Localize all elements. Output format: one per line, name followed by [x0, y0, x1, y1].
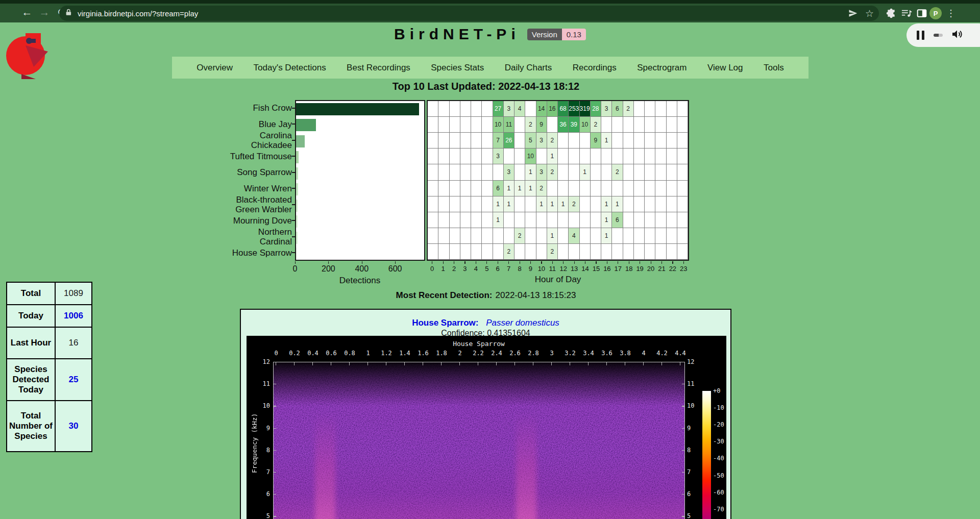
- colorbar-tick: -60: [713, 489, 724, 496]
- heatmap-cell: [623, 228, 634, 244]
- stats-row: Total Number of Species30: [7, 401, 92, 452]
- stats-row: Today1006: [7, 305, 92, 327]
- spec-ytick-left: 5: [255, 512, 270, 519]
- heatmap-cell: 1: [536, 196, 547, 212]
- heatmap-cell: [536, 149, 547, 164]
- spec-ytick-left: 8: [255, 447, 270, 454]
- volume-icon[interactable]: [951, 28, 963, 42]
- species-label: Mourning Dove: [233, 213, 292, 229]
- detections-bar: [296, 167, 298, 180]
- nav-item-today-s-detections[interactable]: Today's Detections: [254, 63, 326, 73]
- nav-item-daily-charts[interactable]: Daily Charts: [505, 63, 552, 73]
- hour-axis-tick: 11: [549, 265, 556, 273]
- heatmap-cell: 2: [536, 181, 547, 196]
- bar-axis-tick: 600: [388, 264, 402, 274]
- species-tick: [292, 236, 295, 237]
- species-tick: [292, 172, 295, 173]
- stats-value[interactable]: 25: [55, 359, 92, 401]
- heatmap-cell: [471, 149, 482, 164]
- audio-player[interactable]: [906, 23, 980, 47]
- heatmap-cell: [514, 133, 525, 149]
- extensions-puzzle-icon[interactable]: [885, 7, 898, 20]
- bookmark-star-icon[interactable]: ☆: [865, 8, 874, 19]
- hour-axis-tick: 21: [658, 265, 665, 273]
- nav-item-tools[interactable]: Tools: [764, 63, 784, 73]
- heatmap-cell: [645, 117, 655, 133]
- heatmap-cell: 1: [558, 196, 569, 212]
- heatmap-cell: [623, 117, 634, 133]
- heatmap-cell: [460, 181, 471, 196]
- heatmap-cell: 10: [580, 117, 591, 133]
- nav-item-view-log[interactable]: View Log: [707, 63, 743, 73]
- nav-item-recordings[interactable]: Recordings: [573, 63, 617, 73]
- heatmap-cell: [460, 149, 471, 164]
- heatmap-cell: [525, 228, 536, 244]
- heatmap-cell: [645, 212, 655, 228]
- recent-detection-line: Most Recent Detection:2022-04-13 18:15:2…: [0, 290, 972, 301]
- heatmap-cell: 2: [547, 164, 558, 180]
- heatmap-cell: [460, 133, 471, 149]
- spec-ytick-left: 10: [255, 402, 270, 409]
- recent-detection-value: 2022-04-13 18:15:23: [496, 290, 576, 300]
- side-panel-icon[interactable]: [915, 7, 928, 20]
- back-icon[interactable]: ←: [19, 5, 35, 20]
- heatmap-cell: [482, 212, 493, 228]
- heatmap-cell: [634, 196, 645, 212]
- seek-bar[interactable]: [934, 34, 943, 37]
- hour-axis-tick: 17: [615, 265, 622, 273]
- species-label: NorthernCardinal: [258, 229, 292, 245]
- hour-axis-tick: 0: [430, 265, 434, 273]
- nav-item-species-stats[interactable]: Species Stats: [431, 63, 484, 73]
- heatmap-cell: [450, 181, 460, 196]
- profile-avatar[interactable]: P: [929, 7, 942, 20]
- heatmap-cell: [514, 196, 525, 212]
- nav-item-spectrogram[interactable]: Spectrogram: [637, 63, 687, 73]
- spec-ytick-right: 8: [687, 447, 702, 454]
- heatmap-cell: 2: [569, 196, 579, 212]
- heatmap-cell: [547, 181, 558, 196]
- heatmap-cell: [591, 228, 601, 244]
- detections-bar: [296, 248, 297, 260]
- heatmap-cell: [438, 212, 449, 228]
- spec-xtick: 2.4: [491, 350, 502, 357]
- heatmap-cell: [667, 117, 677, 133]
- heatmap-cell: [623, 133, 634, 149]
- heatmap-cell: 1: [525, 164, 536, 180]
- heatmap-cell: [428, 133, 438, 149]
- version-value: 0.13: [562, 29, 586, 40]
- stats-value[interactable]: 1006: [55, 305, 92, 327]
- heatmap-cell: 1: [493, 212, 504, 228]
- nav-item-overview[interactable]: Overview: [197, 63, 233, 73]
- nav-bar: OverviewToday's DetectionsBest Recording…: [172, 57, 808, 79]
- heatmap-cell: [580, 149, 591, 164]
- heatmap-cell: 6: [493, 181, 504, 196]
- heatmap-cell: [525, 244, 536, 260]
- detections-bar: [296, 232, 298, 244]
- heatmap-cell: 6: [612, 212, 623, 228]
- share-icon[interactable]: [848, 8, 858, 18]
- heatmap-cell: [482, 164, 493, 180]
- spectrogram-colorbar: [702, 391, 711, 519]
- forward-icon[interactable]: →: [37, 5, 52, 20]
- heatmap-cell: [438, 101, 449, 117]
- heatmap-cell: [623, 196, 634, 212]
- chrome-menu-icon[interactable]: ⋮: [944, 7, 958, 20]
- stats-value[interactable]: 30: [55, 401, 92, 452]
- heatmap-cell: [514, 244, 525, 260]
- playlist-icon[interactable]: [900, 7, 913, 20]
- heatmap-cell: 68: [558, 101, 569, 117]
- heatmap-cell: [450, 244, 460, 260]
- spectrogram-plot: [273, 362, 685, 519]
- heatmap-cell: [438, 244, 449, 260]
- heatmap-cell: [645, 133, 655, 149]
- detections-bar: [296, 183, 298, 195]
- nav-item-best-recordings[interactable]: Best Recordings: [347, 63, 410, 73]
- address-bar[interactable]: virginia.birdnetpi.com/?stream=play ☆: [59, 6, 879, 21]
- species-tick: [292, 252, 295, 253]
- spec-ytick-right: 10: [687, 402, 702, 409]
- heatmap-cell: [482, 149, 493, 164]
- heatmap-cell: [536, 244, 547, 260]
- detection-species-link[interactable]: House Sparrow:: [412, 318, 478, 328]
- hour-axis-tick: 8: [518, 265, 521, 273]
- pause-icon[interactable]: [917, 31, 924, 40]
